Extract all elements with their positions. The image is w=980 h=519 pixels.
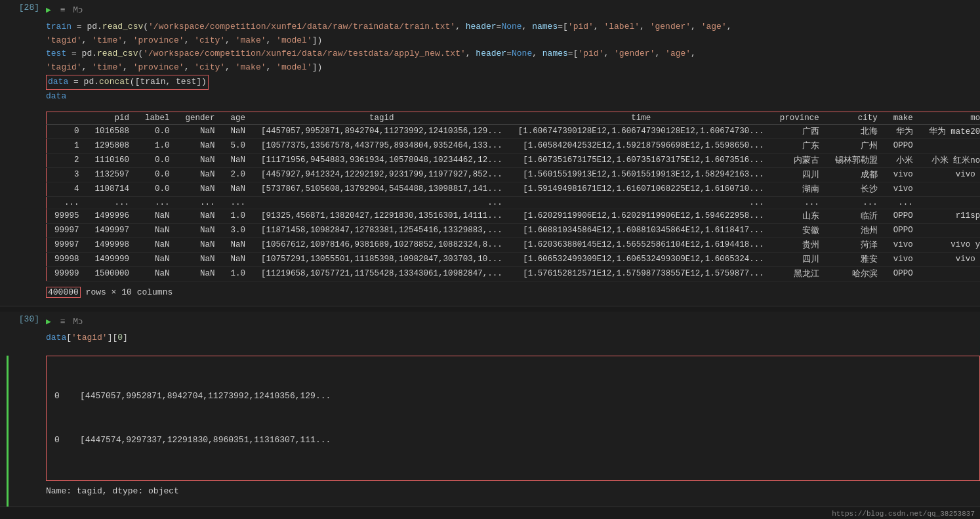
data-col: OPPO [886, 266, 921, 281]
table-row: 411087140.0NaNNaN[5737867,5105608,137929… [47, 182, 981, 196]
data-col: [1.606532499309E12,1.606532499309E12,1.6… [510, 252, 772, 266]
col-header-model: model [921, 112, 980, 124]
idx-col: 99998 [47, 252, 87, 266]
data-col: ... [886, 196, 921, 209]
data-col: ... [510, 196, 772, 209]
idx-col: 99997 [47, 223, 87, 238]
data-col: 安徽 [772, 223, 827, 238]
data-col: 1499997 [87, 223, 138, 238]
data-col: [1.62029119906E12,1.62029119906E12,1.594… [510, 209, 772, 223]
idx-col: 0 [47, 124, 87, 138]
run-button-28[interactable]: ▶ [46, 5, 51, 15]
data-col: 成都 [827, 167, 886, 182]
bars-icon-30: ≡ [60, 317, 66, 327]
tagid-output-box: 0 [4457057,9952871,8942704,11273992,1241… [46, 356, 980, 481]
md-icon-30: Mↄ [73, 317, 83, 327]
code-line-3: test = pd.read_csv('/workspace/competiti… [46, 47, 980, 61]
data-col: [11219658,10757721,11755428,13343061,109… [253, 266, 510, 281]
col-header-age: age [223, 112, 254, 124]
run-button-30[interactable]: ▶ [46, 317, 51, 327]
data-col: 小米 红米note2 [921, 153, 980, 167]
data-col: 华为 [886, 124, 921, 138]
table-row: 999971499997NaNNaN3.0[11871458,10982847,… [47, 223, 981, 238]
data-col: 0.0 [137, 124, 178, 138]
data-col: NaN [178, 266, 223, 281]
idx-col: 2 [47, 153, 87, 167]
data-col: ... [178, 196, 223, 209]
data-col: ... [87, 196, 138, 209]
md-icon-28: Mↄ [73, 5, 83, 15]
cell-30-code: data['tagid'][0] [46, 329, 980, 353]
data-col: NaN [178, 124, 223, 138]
idx-col: 99997 [47, 238, 87, 252]
data-col: NaN [223, 124, 254, 138]
data-col: 哈尔滨 [827, 266, 886, 281]
data-col: 0.0 [137, 167, 178, 182]
data-col: 广东 [772, 138, 827, 153]
data-col: OPPO [886, 138, 921, 153]
data-col: ... [137, 196, 178, 209]
data-col: 5.0 [223, 138, 254, 153]
idx-col: 4 [47, 182, 87, 196]
data-col: 贵州 [772, 238, 827, 252]
data-col: vivo y66i [921, 238, 980, 252]
data-col: 1499999 [87, 252, 138, 266]
data-col: [91325,456871,13820427,12291830,13516301… [253, 209, 510, 223]
data-col: [4457057,9952871,8942704,11273992,124103… [253, 124, 510, 138]
data-col: r11 [921, 138, 980, 153]
data-col: NaN [223, 182, 254, 196]
data-col: 小米 [886, 153, 921, 167]
cell-30-output-gutter [0, 353, 46, 507]
data-col: NaN [178, 138, 223, 153]
col-header-pid: pid [87, 112, 138, 124]
cell-30-number: [30] [19, 314, 39, 324]
data-col: 1132597 [87, 167, 138, 182]
cell-28-label: [28] [0, 0, 46, 18]
data-col: 四川 [772, 167, 827, 182]
col-header-time: time [510, 112, 772, 124]
data-col: [1.56015519913E12,1.56015519913E12,1.582… [510, 167, 772, 182]
data-col: vivo [886, 167, 921, 182]
data-col: 1499998 [87, 238, 138, 252]
col-header-make: make [886, 112, 921, 124]
data-col: 1295808 [87, 138, 138, 153]
data-col: [1.606747390128E12,1.606747390128E12,1.6… [510, 124, 772, 138]
data-col: 0.0 [137, 153, 178, 167]
data-col: 1.0 [223, 209, 254, 223]
cell-28-gutter [0, 18, 46, 112]
data-col: NaN [178, 209, 223, 223]
data-col: NaN [223, 238, 254, 252]
data-col: 池州 [827, 223, 886, 238]
code-line-4: 'tagid', 'time', 'province', 'city', 'ma… [46, 61, 980, 75]
bars-icon-28: ≡ [60, 5, 66, 15]
cell-28-output-gutter [0, 112, 46, 306]
tagid-row-2: 0 [4447574,9297337,12291830,8960351,1131… [54, 433, 971, 447]
data-col: [1.576152812571E12,1.575987738557E12,1.5… [510, 266, 772, 281]
code-line-1: train = pd.read_csv('/workspace/competit… [46, 20, 980, 34]
data-col: NaN [178, 223, 223, 238]
cell-30-output: 0 [4457057,9952871,8942704,11273992,1241… [46, 353, 980, 507]
data-col: NaN [178, 182, 223, 196]
data-col: 湖南 [772, 182, 827, 196]
rows-count: 400000 [46, 287, 81, 298]
tagid-row-1: 0 [4457057,9952871,8942704,11273992,1241… [54, 389, 971, 404]
cell-30-label: [30] [0, 312, 46, 329]
data-col: ... [253, 196, 510, 209]
rows-info-text: rows × 10 columns [81, 287, 173, 297]
cell-28-output: pid label gender age tagid time province… [46, 112, 980, 306]
data-col: 1108714 [87, 182, 138, 196]
data-col: 黑龙江 [772, 266, 827, 281]
data-col: NaN [137, 238, 178, 252]
data-col: 华为 mate20pro [921, 124, 980, 138]
data-col: NaN [137, 223, 178, 238]
data-col: 广西 [772, 124, 827, 138]
data-col: 菏泽 [827, 238, 886, 252]
data-col: [1.608810345864E12,1.608810345864E12,1.6… [510, 223, 772, 238]
table-row: 999981499999NaNNaNNaN[10757291,13055501,… [47, 252, 981, 266]
cell-28-code: train = pd.read_csv('/workspace/competit… [46, 18, 980, 112]
rows-info: 400000 rows × 10 columns [46, 287, 980, 298]
data-col: [10567612,10978146,9381689,10278852,1088… [253, 238, 510, 252]
code-line-2: 'tagid', 'time', 'province', 'city', 'ma… [46, 34, 980, 48]
idx-col: ... [47, 196, 87, 209]
data-col: 1.0 [223, 266, 254, 281]
